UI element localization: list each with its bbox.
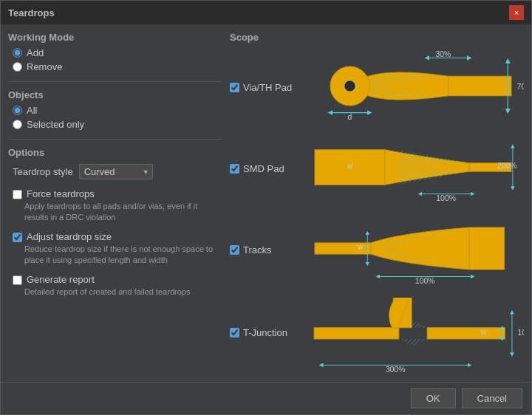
via-svg: 30% 70% d — [302, 51, 524, 121]
options-section: Options Teardrop style Curved Straight F… — [8, 147, 222, 298]
teardrop-style-select[interactable]: Curved Straight — [79, 164, 153, 179]
svg-rect-32 — [314, 328, 399, 339]
svg-text:300%: 300% — [386, 365, 406, 372]
via-diagram: 30% 70% d — [302, 51, 524, 123]
scope-smd-item: SMD Pad — [230, 128, 524, 208]
scope-title: Scope — [230, 32, 524, 43]
radio-add-label: Add — [27, 47, 44, 58]
tracks-label: Tracks — [243, 244, 272, 255]
smd-svg: 200% 100% w — [302, 132, 524, 202]
close-button[interactable]: × — [509, 5, 524, 20]
adjust-size-label: Adjust teardrop size — [27, 231, 112, 242]
divider-2 — [8, 139, 222, 140]
teardrop-style-wrapper[interactable]: Curved Straight — [79, 164, 153, 179]
svg-text:100%: 100% — [436, 194, 456, 202]
smd-label: SMD Pad — [243, 163, 284, 174]
force-teardrops-label: Force teardrops — [27, 188, 95, 199]
radio-add[interactable] — [13, 48, 22, 58]
svg-text:w: w — [480, 327, 487, 336]
working-mode-section: Working Mode Add Remove — [8, 32, 222, 74]
tracks-diagram: w 100% — [302, 213, 524, 286]
via-checkbox-label[interactable]: Via/TH Pad — [230, 82, 296, 93]
titlebar: Teardrops × — [1, 1, 531, 24]
svg-text:100%: 100% — [415, 277, 435, 284]
main-content: Working Mode Add Remove Objects All — [1, 24, 531, 382]
objects-section: Objects All Selected only — [8, 89, 222, 131]
scope-tracks-item: Tracks — [230, 210, 524, 289]
divider-1 — [8, 81, 222, 82]
radio-selected-row[interactable]: Selected only — [8, 117, 222, 131]
svg-rect-2 — [449, 76, 512, 96]
radio-remove[interactable] — [13, 62, 22, 72]
via-label: Via/TH Pad — [243, 82, 292, 93]
svg-text:70%: 70% — [517, 83, 524, 91]
cancel-button[interactable]: Cancel — [462, 388, 522, 408]
generate-report-label: Generate report — [27, 274, 95, 285]
radio-selected-label: Selected only — [27, 119, 84, 130]
radio-remove-label: Remove — [27, 61, 62, 72]
footer: OK Cancel — [1, 382, 531, 414]
dialog-title: Teardrops — [8, 7, 55, 18]
left-panel: Working Mode Add Remove Objects All — [8, 32, 222, 374]
smd-checkbox-label[interactable]: SMD Pad — [230, 163, 296, 174]
svg-text:w: w — [357, 243, 364, 251]
radio-selected[interactable] — [13, 120, 22, 129]
generate-report-checkbox[interactable] — [13, 275, 22, 285]
radio-all-row[interactable]: All — [8, 103, 222, 117]
tracks-checkbox[interactable] — [230, 245, 239, 255]
tjunction-svg: 100% 300% w — [302, 291, 524, 372]
tjunction-diagram: 100% 300% w — [302, 291, 524, 374]
radio-remove-row[interactable]: Remove — [8, 60, 222, 74]
radio-all-label: All — [27, 105, 37, 116]
force-teardrops-row[interactable]: Force teardrops — [8, 187, 222, 201]
teardrop-style-label: Teardrop style — [13, 166, 73, 177]
tracks-svg: w 100% — [302, 213, 524, 284]
smd-diagram: 200% 100% w — [302, 132, 524, 205]
adjust-size-row[interactable]: Adjust teardrop size — [8, 230, 222, 244]
adjust-size-checkbox[interactable] — [13, 233, 22, 242]
svg-text:d: d — [348, 113, 352, 121]
svg-text:100%: 100% — [518, 328, 524, 337]
svg-marker-36 — [399, 339, 427, 346]
tjunction-checkbox[interactable] — [230, 328, 239, 337]
svg-text:w: w — [347, 162, 353, 170]
generate-report-desc: Detailed report of created and failed te… — [24, 287, 222, 298]
adjust-size-section: Adjust teardrop size Reduce teardrop siz… — [8, 230, 222, 267]
via-checkbox[interactable] — [230, 83, 239, 92]
scope-via-item: Via/TH Pad — [230, 47, 524, 127]
svg-text:200%: 200% — [497, 162, 517, 170]
scope-tjunction-item: T-Junction — [230, 291, 524, 374]
svg-point-1 — [344, 80, 355, 92]
radio-add-row[interactable]: Add — [8, 46, 222, 60]
teardrops-dialog: Teardrops × Working Mode Add Remove — [0, 0, 532, 415]
force-teardrops-desc: Apply teardrops to all pads and/or vias,… — [24, 201, 222, 224]
objects-title: Objects — [8, 89, 222, 100]
options-title: Options — [8, 147, 222, 158]
right-panel: Scope Via/TH Pad — [230, 32, 524, 374]
tracks-checkbox-label[interactable]: Tracks — [230, 244, 296, 255]
ok-button[interactable]: OK — [411, 388, 456, 408]
tjunction-checkbox-label[interactable]: T-Junction — [230, 327, 296, 338]
generate-report-section: Generate report Detailed report of creat… — [8, 272, 222, 298]
svg-rect-33 — [427, 328, 505, 339]
working-mode-title: Working Mode — [8, 32, 222, 43]
force-teardrops-checkbox[interactable] — [13, 190, 22, 199]
teardrop-style-row: Teardrop style Curved Straight — [8, 161, 222, 182]
svg-text:30%: 30% — [435, 51, 451, 58]
scope-items: Via/TH Pad — [230, 47, 524, 374]
svg-rect-24 — [469, 227, 505, 270]
tjunction-label: T-Junction — [243, 327, 287, 338]
smd-checkbox[interactable] — [230, 164, 239, 174]
generate-report-row[interactable]: Generate report — [8, 272, 222, 287]
adjust-size-desc: Reduce teardrop size if there is not eno… — [24, 244, 222, 267]
force-teardrops-section: Force teardrops Apply teardrops to all p… — [8, 187, 222, 224]
radio-all[interactable] — [13, 106, 22, 115]
